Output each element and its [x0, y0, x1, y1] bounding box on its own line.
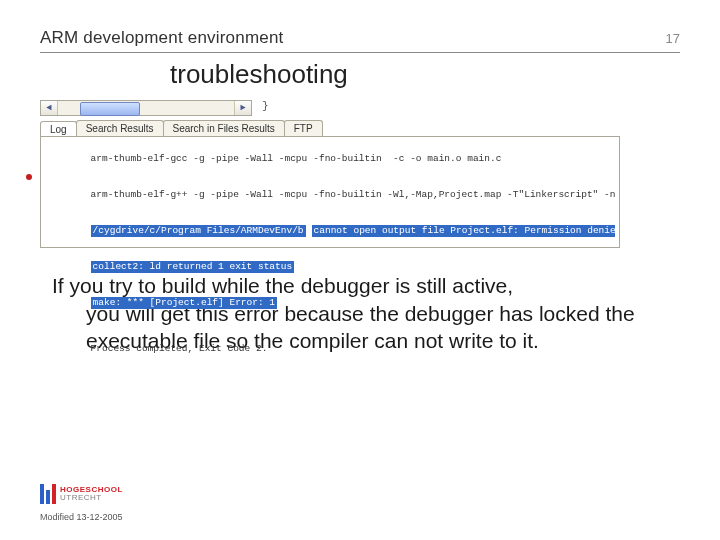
scroll-track[interactable]: [58, 101, 234, 115]
hu-logo: HOGESCHOOL UTRECHT: [40, 484, 123, 504]
log-text-selected: /cygdrive/c/Program Files/ARMDevEnv/b: [91, 225, 306, 237]
header-title: ARM development environment: [40, 28, 284, 48]
scroll-left-button[interactable]: ◄: [41, 101, 58, 115]
log-line-4: collect2: ld returned 1 exit status: [45, 249, 615, 285]
logo-text: HOGESCHOOL UTRECHT: [60, 486, 123, 502]
logo-bars-icon: [40, 484, 56, 504]
log-text: Process completed, Exit Code 2.: [91, 343, 268, 354]
scroll-right-button[interactable]: ►: [234, 101, 251, 115]
page-number: 17: [666, 31, 680, 46]
horizontal-scrollbar[interactable]: ◄ ►: [40, 100, 252, 116]
log-line-1: arm-thumb-elf-gcc -g -pipe -Wall -mcpu-f…: [45, 141, 615, 177]
log-line-5: make: *** [Project.elf] Error: 1: [45, 285, 615, 321]
modified-date: Modified 13-12-2005: [40, 512, 123, 522]
log-line-2: arm-thumb-elf-g++ -g -pipe -Wall -mcpu-f…: [45, 177, 615, 213]
bullet-dot: [26, 174, 32, 180]
log-text: -fno-builtin -c -o main.o main.c: [313, 153, 501, 165]
log-text-selected: make: *** [Project.elf] Error: 1: [91, 297, 277, 309]
scroll-thumb[interactable]: [80, 102, 140, 116]
slide: ARM development environment 17 troublesh…: [0, 0, 720, 540]
log-line-3: /cygdrive/c/Program Files/ARMDevEnv/bcan…: [45, 213, 615, 249]
log-text-selected: collect2: ld returned 1 exit status: [91, 261, 295, 273]
log-text: arm-thumb-elf-gcc -g -pipe -Wall -mcpu: [91, 153, 308, 164]
header-row: ARM development environment 17: [40, 28, 680, 53]
log-pane: arm-thumb-elf-gcc -g -pipe -Wall -mcpu-f…: [40, 136, 620, 248]
log-line-6: Process completed, Exit Code 2.: [45, 331, 615, 367]
log-text-selected: cannot open output file Project.elf: Per…: [312, 225, 615, 237]
code-brace: }: [262, 100, 269, 112]
slide-subtitle: troubleshooting: [170, 59, 680, 90]
logo-line2: UTRECHT: [60, 494, 123, 502]
log-text: -fno-builtin -Wl,-Map,Project.map -T"Lin…: [313, 189, 615, 201]
log-text: arm-thumb-elf-g++ -g -pipe -Wall -mcpu: [91, 189, 308, 200]
ide-screenshot: ◄ ► } Log Search Results Search in Files…: [40, 100, 620, 250]
